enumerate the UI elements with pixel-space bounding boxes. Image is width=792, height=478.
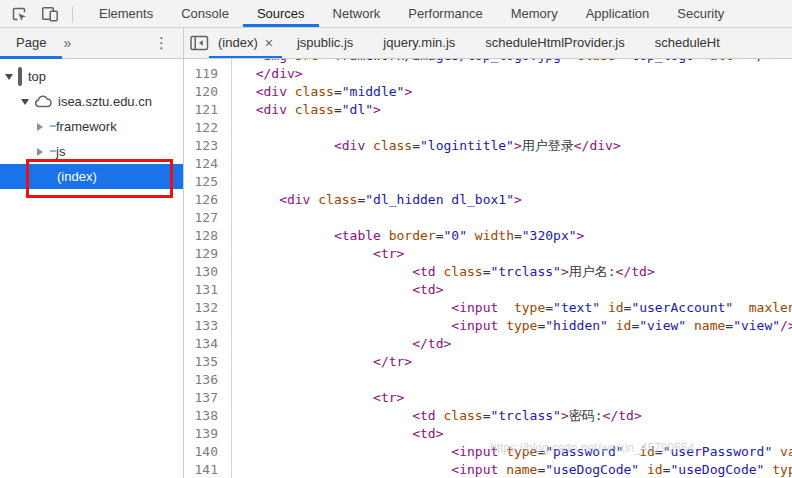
line-number[interactable]: 140 [184, 443, 231, 461]
code-line[interactable]: </td> [232, 335, 792, 353]
close-icon[interactable]: × [265, 36, 273, 50]
line-number[interactable]: 133 [184, 317, 231, 335]
code-line[interactable]: <div class="dl"> [232, 101, 792, 119]
file-tab-jquery[interactable]: jquery.min.js [368, 28, 470, 58]
code-line[interactable]: <input type="password" id="userPassword"… [232, 443, 792, 461]
tree-item-js[interactable]: js [0, 139, 183, 164]
code-line[interactable]: <img src="framework/images/top_logo.jpg"… [232, 59, 792, 65]
line-number[interactable]: 138 [184, 407, 231, 425]
code-line[interactable]: <td class="trclass">用户名:</td> [232, 263, 792, 281]
navigator-tab-page[interactable]: Page [0, 28, 62, 58]
line-number[interactable]: 132 [184, 299, 231, 317]
code-line[interactable] [232, 371, 792, 389]
tab-network[interactable]: Network [319, 0, 395, 27]
tree-item-domain[interactable]: isea.sztu.edu.cn [0, 89, 183, 114]
file-tab-bar: (index) × jspublic.js jquery.min.js sche… [184, 28, 792, 58]
devtools-body: top isea.sztu.edu.cn framework [0, 59, 792, 478]
secondary-toolbar: Page » ⋮ (index) × jspublic.js jquery.mi… [0, 28, 792, 59]
line-number[interactable]: 129 [184, 245, 231, 263]
line-number[interactable]: 122 [184, 119, 231, 137]
code-line[interactable]: <input type="hidden" id="view" name="vie… [232, 317, 792, 335]
tab-sources[interactable]: Sources [243, 0, 319, 27]
file-tab-schedulehtmlprovider[interactable]: scheduleHtmlProvider.js [470, 28, 639, 58]
tab-security[interactable]: Security [663, 0, 738, 27]
tree-item-top[interactable]: top [0, 64, 183, 89]
more-tabs-icon[interactable]: » [63, 35, 71, 51]
tree-item-index[interactable]: (index) [0, 164, 183, 189]
line-number[interactable]: 121 [184, 101, 231, 119]
main-toolbar: Elements Console Sources Network Perform… [0, 0, 792, 28]
line-number[interactable]: 128 [184, 227, 231, 245]
expand-arrow-icon[interactable] [5, 74, 18, 80]
tab-console[interactable]: Console [167, 0, 243, 27]
tree-item-label: js [56, 144, 65, 159]
navigator-sidebar: top isea.sztu.edu.cn framework [0, 59, 184, 478]
line-number[interactable]: 137 [184, 389, 231, 407]
file-tab-schedule-clipped[interactable]: scheduleHt [640, 28, 735, 58]
file-tab-jspublic[interactable]: jspublic.js [282, 28, 368, 58]
line-number[interactable]: 120 [184, 83, 231, 101]
line-number[interactable]: 136 [184, 371, 231, 389]
expand-arrow-icon[interactable] [21, 99, 34, 105]
collapse-arrow-icon[interactable] [37, 148, 50, 156]
line-number[interactable]: 124 [184, 155, 231, 173]
tab-performance[interactable]: Performance [394, 0, 496, 27]
code-line[interactable]: <tr> [232, 245, 792, 263]
code-line[interactable] [232, 173, 792, 191]
frame-icon [18, 69, 22, 84]
code-line[interactable]: <tr> [232, 389, 792, 407]
file-icon [50, 169, 51, 184]
line-number[interactable]: 127 [184, 209, 231, 227]
line-number[interactable]: 134 [184, 335, 231, 353]
tree-item-label: top [28, 69, 46, 84]
cloud-icon [34, 95, 52, 108]
code-line[interactable] [232, 155, 792, 173]
device-toolbar-icon[interactable] [41, 5, 59, 22]
toolbar-separator [72, 6, 73, 22]
line-number[interactable]: 131 [184, 281, 231, 299]
tab-application[interactable]: Application [572, 0, 664, 27]
line-number[interactable]: 139 [184, 425, 231, 443]
collapse-arrow-icon[interactable] [37, 123, 50, 131]
code-line[interactable]: </div> [232, 65, 792, 83]
source-editor: 1191201211221231241251261271281291301311… [184, 59, 792, 478]
tree-item-label: framework [56, 119, 117, 134]
devtools-window: Elements Console Sources Network Perform… [0, 0, 792, 478]
code-line[interactable] [232, 209, 792, 227]
line-number[interactable]: 126 [184, 191, 231, 209]
code-line[interactable]: <div class="dl_hidden dl_box1"> [232, 191, 792, 209]
code-line[interactable]: <input name="useDogCode" id="useDogCode"… [232, 461, 792, 478]
code-lines: <img src="framework/images/top_logo.jpg"… [232, 59, 792, 478]
file-tree: top isea.sztu.edu.cn framework [0, 59, 183, 189]
tree-item-label: (index) [57, 169, 97, 184]
navigator-menu-icon[interactable]: ⋮ [154, 34, 169, 52]
panel-tabs: Elements Console Sources Network Perform… [85, 0, 738, 27]
code-line[interactable]: <td> [232, 281, 792, 299]
line-number[interactable]: 125 [184, 173, 231, 191]
file-tab-index[interactable]: (index) × [209, 28, 282, 58]
line-number[interactable]: 135 [184, 353, 231, 371]
code-pane[interactable]: <img src="framework/images/top_logo.jpg"… [232, 59, 792, 478]
toggle-navigator-icon[interactable] [190, 35, 209, 51]
line-number-gutter: 1191201211221231241251261271281291301311… [184, 59, 232, 478]
tree-item-label: isea.sztu.edu.cn [58, 94, 152, 109]
code-line[interactable]: <div class="logintitle">用户登录</div> [232, 137, 792, 155]
line-number[interactable]: 123 [184, 137, 231, 155]
code-line[interactable]: <td class="trclass">密码:</td> [232, 407, 792, 425]
gutter-lines: 1191201211221231241251261271281291301311… [184, 59, 231, 478]
code-line[interactable]: <div class="middle"> [232, 83, 792, 101]
navigator-header: Page » ⋮ [0, 28, 184, 58]
code-line[interactable]: <td> [232, 425, 792, 443]
inspect-element-icon[interactable] [10, 5, 28, 22]
file-tab-label: (index) [218, 28, 258, 58]
tree-item-framework[interactable]: framework [0, 114, 183, 139]
code-line[interactable] [232, 119, 792, 137]
tab-memory[interactable]: Memory [497, 0, 572, 27]
line-number[interactable]: 130 [184, 263, 231, 281]
line-number[interactable]: 141 [184, 461, 231, 478]
code-line[interactable]: <table border="0" width="320px"> [232, 227, 792, 245]
tab-elements[interactable]: Elements [85, 0, 167, 27]
code-line[interactable]: </tr> [232, 353, 792, 371]
code-line[interactable]: <input type="text" id="userAccount" maxl… [232, 299, 792, 317]
line-number[interactable]: 119 [184, 65, 231, 83]
